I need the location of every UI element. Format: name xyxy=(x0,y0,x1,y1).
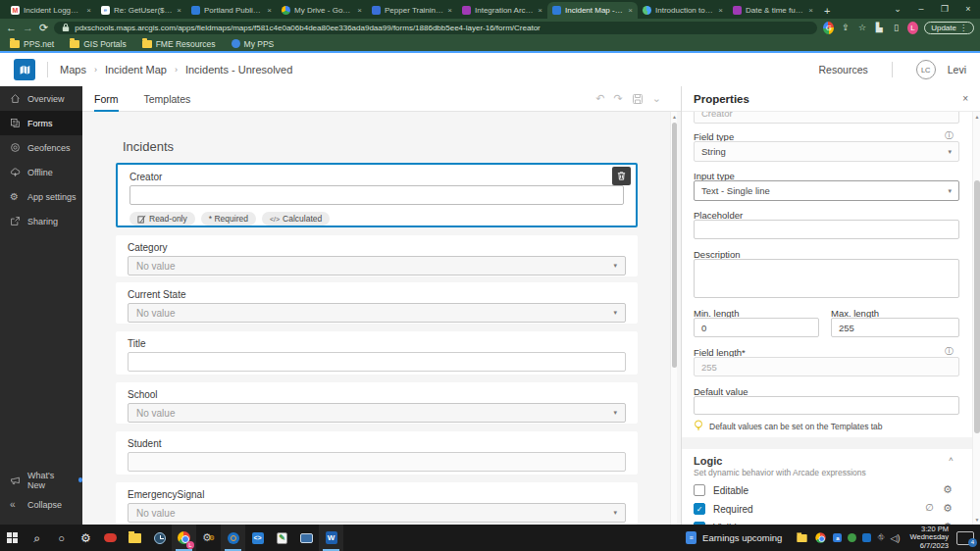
delete-field-button[interactable] xyxy=(612,167,631,185)
tab-form[interactable]: Form xyxy=(94,86,119,112)
speaker-icon[interactable]: ◁) xyxy=(891,533,901,543)
form-scrollbar[interactable]: ▲ xyxy=(670,112,677,525)
sidebar-item-sharing[interactable]: Sharing xyxy=(0,209,82,233)
clock-app-button[interactable] xyxy=(147,525,172,551)
browser-tab[interactable]: Introduction to Schoo× xyxy=(638,2,728,19)
placeholder-input[interactable] xyxy=(694,220,959,239)
notification-center-button[interactable]: 4 xyxy=(956,531,974,545)
teamviewer-app-button[interactable] xyxy=(98,525,123,551)
file-explorer-button[interactable] xyxy=(123,525,147,551)
default-value-input[interactable] xyxy=(694,396,959,415)
back-icon[interactable]: ← xyxy=(6,19,17,36)
sidebar-item-app-settings[interactable]: ⚙ App settings xyxy=(0,184,82,209)
close-icon[interactable]: × xyxy=(447,6,452,15)
folder-icon[interactable] xyxy=(798,534,807,542)
tab-templates[interactable]: Templates xyxy=(144,86,191,112)
shield-icon[interactable] xyxy=(848,533,856,542)
user-name[interactable]: Levi xyxy=(948,64,966,75)
restore-button[interactable]: ❐ xyxy=(933,0,956,19)
close-icon[interactable]: × xyxy=(538,6,542,15)
fme-app-button[interactable]: ⚙⚙ xyxy=(196,525,221,551)
browser-tab-active[interactable]: Incident Map - Incide× xyxy=(547,2,638,19)
close-icon[interactable]: × xyxy=(177,6,181,15)
description-textarea[interactable] xyxy=(694,259,959,298)
browser-tab[interactable]: MIncident Logged at W× xyxy=(6,2,96,19)
required-checkbox[interactable]: ✓ xyxy=(694,503,705,515)
update-button[interactable]: Update⋮ xyxy=(924,22,974,34)
bookmark-item[interactable]: GIS Portals xyxy=(70,39,126,49)
collapse-button[interactable]: « Collapse xyxy=(0,492,82,517)
collapse-section-icon[interactable]: ˄ xyxy=(949,455,954,464)
sidebar-item-forms[interactable]: Forms xyxy=(0,111,82,135)
bookmark-item[interactable]: FME Resources xyxy=(142,39,216,49)
text-editor-app-button[interactable]: ✎ xyxy=(270,525,294,551)
defender-icon[interactable] xyxy=(862,533,871,542)
properties-scrollbar[interactable]: ▲ ▼ xyxy=(972,112,980,525)
taskbar-search-button[interactable]: ⌕ xyxy=(25,525,49,551)
student-text-input[interactable] xyxy=(128,452,626,472)
close-icon[interactable]: × xyxy=(86,6,91,15)
required-expression-gear-icon[interactable]: ⚙ xyxy=(943,502,953,515)
blue-tray-icon[interactable]: a xyxy=(833,533,842,542)
breadcrumb-maps[interactable]: Maps xyxy=(60,64,86,75)
redo-icon[interactable]: ↷ xyxy=(614,92,623,105)
start-button[interactable] xyxy=(0,525,25,551)
clear-expression-icon[interactable]: ∅ xyxy=(925,502,934,513)
field-card-creator[interactable]: Creator Read-only * Required </> Calcula… xyxy=(116,163,638,227)
whats-new-button[interactable]: What's New xyxy=(0,468,82,492)
undo-icon[interactable]: ↶ xyxy=(595,92,604,105)
scroll-up-icon[interactable]: ▲ xyxy=(671,114,678,120)
save-icon[interactable] xyxy=(632,93,644,105)
word-app-button[interactable]: W xyxy=(319,525,343,551)
settings-app-button[interactable]: ⚙ xyxy=(74,525,98,551)
bookmark-item[interactable]: PPS.net xyxy=(10,39,54,49)
browser-tab[interactable]: Integration ArcGIS Fie× xyxy=(457,2,547,19)
field-card-category[interactable]: Category No value▾ xyxy=(116,235,638,276)
new-tab-button[interactable]: + xyxy=(824,5,830,17)
close-icon[interactable]: × xyxy=(267,6,272,15)
field-card-student[interactable]: Student xyxy=(116,431,638,475)
bookmark-item[interactable]: My PPS xyxy=(232,39,275,49)
remote-desktop-app-button[interactable] xyxy=(294,525,319,551)
scroll-down-icon[interactable]: ▼ xyxy=(973,517,980,523)
input-type-select[interactable]: Text - Single line▾ xyxy=(694,180,959,201)
resources-link[interactable]: Resources xyxy=(819,64,868,75)
scrollbar-thumb[interactable] xyxy=(672,123,677,368)
browser-tab[interactable]: Date & time functions× xyxy=(728,2,818,19)
browser-tab[interactable]: Pepper Training - Cust× xyxy=(367,2,457,19)
category-select[interactable]: No value▾ xyxy=(128,256,626,276)
breadcrumb-map-name[interactable]: Incident Map xyxy=(105,64,167,75)
field-card-title[interactable]: Title xyxy=(116,331,638,375)
side-panel-icon[interactable]: ▯ xyxy=(891,22,902,34)
close-panel-icon[interactable]: × xyxy=(962,93,968,104)
tab-search-icon[interactable]: ⌄ xyxy=(886,0,909,19)
editable-checkbox[interactable] xyxy=(694,484,705,496)
close-icon[interactable]: × xyxy=(808,6,813,15)
share-icon[interactable]: ⇪ xyxy=(840,22,851,34)
outlook-clock-app-button[interactable] xyxy=(221,525,245,551)
chrome-tray-icon[interactable] xyxy=(816,532,826,542)
close-icon[interactable]: × xyxy=(628,6,633,15)
sidebar-item-geofences[interactable]: Geofences xyxy=(0,135,82,160)
max-length-input[interactable]: 255 xyxy=(831,318,959,337)
field-card-emergency-signal[interactable]: EmergencySignal No value▾ xyxy=(116,482,638,525)
school-select[interactable]: No value▾ xyxy=(128,403,626,423)
news-ticker[interactable]: ≡ Earnings upcoming xyxy=(686,531,782,544)
chrome-app-button[interactable]: L xyxy=(172,525,196,551)
google-translate-icon[interactable]: G xyxy=(823,22,834,34)
emergency-signal-select[interactable]: No value▾ xyxy=(128,503,626,523)
browser-tab[interactable]: My Drive - Google Dri× xyxy=(277,2,367,19)
sidebar-item-offline[interactable]: Offline xyxy=(0,160,82,184)
sidebar-item-overview[interactable]: Overview xyxy=(0,86,82,111)
profile-avatar[interactable]: L xyxy=(907,22,918,34)
bookmark-star-icon[interactable]: ☆ xyxy=(857,22,868,34)
address-bar[interactable]: pdxschools.maps.arcgis.com/apps/fieldmap… xyxy=(54,22,817,34)
vscode-app-button[interactable]: <> xyxy=(245,525,270,551)
field-card-school[interactable]: School No value▾ xyxy=(116,382,638,424)
forward-icon[interactable]: → xyxy=(23,19,33,36)
reload-icon[interactable]: ⟳ xyxy=(39,19,48,36)
scroll-up-icon[interactable]: ▲ xyxy=(973,114,980,120)
cortana-button[interactable]: ○ xyxy=(49,525,74,551)
min-length-input[interactable]: 0 xyxy=(694,318,819,337)
scrollbar-thumb[interactable] xyxy=(974,180,980,433)
